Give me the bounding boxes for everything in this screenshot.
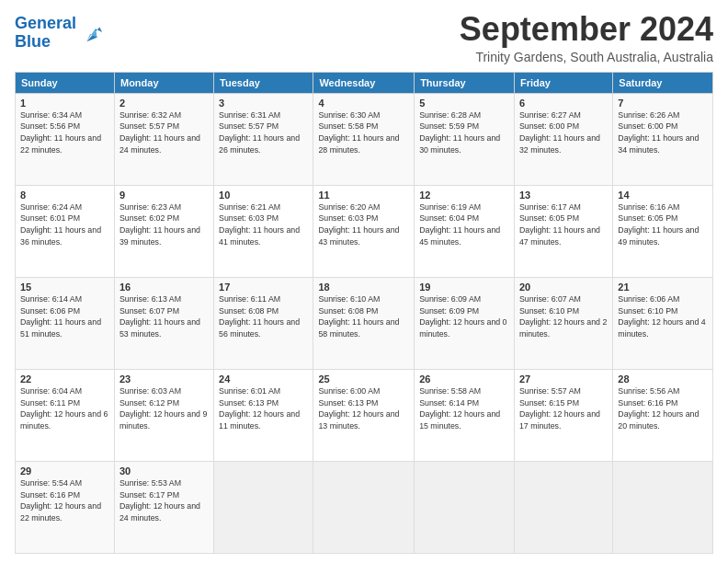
table-row: 6Sunrise: 6:27 AMSunset: 6:00 PMDaylight…	[514, 93, 612, 185]
calendar-week-3: 15Sunrise: 6:14 AMSunset: 6:06 PMDayligh…	[16, 277, 713, 369]
day-number: 26	[419, 373, 509, 385]
day-number: 5	[419, 98, 509, 109]
day-info: Sunrise: 6:28 AMSunset: 5:59 PMDaylight:…	[419, 110, 500, 155]
day-number: 8	[20, 190, 109, 201]
day-info: Sunrise: 5:56 AMSunset: 6:16 PMDaylight:…	[618, 386, 699, 431]
table-row: 12Sunrise: 6:19 AMSunset: 6:04 PMDayligh…	[415, 185, 515, 277]
col-saturday: Saturday	[613, 72, 713, 93]
day-info: Sunrise: 6:26 AMSunset: 6:00 PMDaylight:…	[618, 110, 699, 155]
day-number: 19	[419, 282, 509, 293]
logo-line2: Blue	[15, 32, 51, 51]
calendar-week-1: 1Sunrise: 6:34 AMSunset: 5:56 PMDaylight…	[16, 93, 713, 185]
day-number: 20	[519, 282, 608, 293]
day-info: Sunrise: 6:10 AMSunset: 6:08 PMDaylight:…	[318, 294, 399, 339]
table-row: 10Sunrise: 6:21 AMSunset: 6:03 PMDayligh…	[214, 185, 313, 277]
day-number: 25	[318, 373, 409, 385]
table-row: 8Sunrise: 6:24 AMSunset: 6:01 PMDaylight…	[16, 185, 115, 277]
table-row: 17Sunrise: 6:11 AMSunset: 6:08 PMDayligh…	[214, 277, 313, 369]
day-number: 22	[20, 373, 109, 385]
logo: General Blue	[15, 15, 104, 52]
day-info: Sunrise: 5:54 AMSunset: 6:16 PMDaylight:…	[20, 478, 101, 523]
table-row: 1Sunrise: 6:34 AMSunset: 5:56 PMDaylight…	[16, 93, 115, 185]
table-row	[313, 461, 415, 553]
table-row: 3Sunrise: 6:31 AMSunset: 5:57 PMDaylight…	[214, 93, 313, 185]
day-number: 18	[318, 282, 409, 293]
table-row: 27Sunrise: 5:57 AMSunset: 6:15 PMDayligh…	[514, 369, 612, 461]
table-row: 11Sunrise: 6:20 AMSunset: 6:03 PMDayligh…	[313, 185, 415, 277]
day-number: 13	[519, 190, 608, 201]
table-row	[415, 461, 515, 553]
day-number: 9	[119, 190, 209, 201]
day-info: Sunrise: 6:20 AMSunset: 6:03 PMDaylight:…	[318, 202, 399, 247]
table-row: 24Sunrise: 6:01 AMSunset: 6:13 PMDayligh…	[214, 369, 313, 461]
day-info: Sunrise: 6:13 AMSunset: 6:07 PMDaylight:…	[119, 294, 200, 339]
header-row: Sunday Monday Tuesday Wednesday Thursday…	[16, 72, 713, 93]
day-number: 24	[219, 373, 308, 385]
day-number: 12	[419, 190, 509, 201]
col-tuesday: Tuesday	[214, 72, 313, 93]
day-info: Sunrise: 6:31 AMSunset: 5:57 PMDaylight:…	[219, 110, 300, 155]
day-info: Sunrise: 6:09 AMSunset: 6:09 PMDaylight:…	[419, 294, 506, 339]
col-thursday: Thursday	[415, 72, 515, 93]
day-info: Sunrise: 6:19 AMSunset: 6:04 PMDaylight:…	[419, 202, 500, 247]
day-number: 6	[519, 98, 608, 109]
day-number: 7	[618, 98, 708, 109]
location-title: Trinity Gardens, South Australia, Austra…	[460, 50, 713, 64]
table-row: 26Sunrise: 5:58 AMSunset: 6:14 PMDayligh…	[415, 369, 515, 461]
day-number: 1	[20, 98, 109, 109]
day-info: Sunrise: 5:53 AMSunset: 6:17 PMDaylight:…	[119, 478, 200, 523]
table-row: 25Sunrise: 6:00 AMSunset: 6:13 PMDayligh…	[313, 369, 415, 461]
table-row	[214, 461, 313, 553]
day-number: 30	[119, 465, 209, 477]
table-row: 4Sunrise: 6:30 AMSunset: 5:58 PMDaylight…	[313, 93, 415, 185]
calendar-table: Sunday Monday Tuesday Wednesday Thursday…	[15, 72, 713, 554]
day-number: 3	[219, 98, 308, 109]
table-row: 14Sunrise: 6:16 AMSunset: 6:05 PMDayligh…	[613, 185, 713, 277]
svg-marker-1	[86, 29, 97, 41]
table-row: 22Sunrise: 6:04 AMSunset: 6:11 PMDayligh…	[16, 369, 115, 461]
page: General Blue September 2024 Trinity Gard…	[0, 0, 728, 563]
day-number: 27	[519, 373, 608, 385]
day-info: Sunrise: 6:07 AMSunset: 6:10 PMDaylight:…	[519, 294, 607, 339]
table-row	[514, 461, 612, 553]
day-number: 29	[20, 465, 109, 477]
table-row: 19Sunrise: 6:09 AMSunset: 6:09 PMDayligh…	[415, 277, 515, 369]
day-info: Sunrise: 5:57 AMSunset: 6:15 PMDaylight:…	[519, 386, 600, 431]
table-row	[613, 461, 713, 553]
day-number: 11	[318, 190, 409, 201]
calendar-week-4: 22Sunrise: 6:04 AMSunset: 6:11 PMDayligh…	[16, 369, 713, 461]
col-friday: Friday	[514, 72, 612, 93]
table-row: 9Sunrise: 6:23 AMSunset: 6:02 PMDaylight…	[114, 185, 213, 277]
day-number: 23	[119, 373, 209, 385]
day-info: Sunrise: 6:21 AMSunset: 6:03 PMDaylight:…	[219, 202, 300, 247]
day-number: 28	[618, 373, 708, 385]
day-info: Sunrise: 6:03 AMSunset: 6:12 PMDaylight:…	[119, 386, 207, 431]
month-title: September 2024	[460, 11, 713, 48]
day-number: 4	[318, 98, 409, 109]
day-info: Sunrise: 6:32 AMSunset: 5:57 PMDaylight:…	[119, 110, 200, 155]
logo-text: General Blue	[15, 15, 76, 52]
day-info: Sunrise: 6:24 AMSunset: 6:01 PMDaylight:…	[20, 202, 101, 247]
day-info: Sunrise: 6:00 AMSunset: 6:13 PMDaylight:…	[318, 386, 399, 431]
header: General Blue September 2024 Trinity Gard…	[15, 11, 713, 64]
table-row: 5Sunrise: 6:28 AMSunset: 5:59 PMDaylight…	[415, 93, 515, 185]
day-number: 10	[219, 190, 308, 201]
table-row: 20Sunrise: 6:07 AMSunset: 6:10 PMDayligh…	[514, 277, 612, 369]
day-number: 15	[20, 282, 109, 293]
day-info: Sunrise: 6:23 AMSunset: 6:02 PMDaylight:…	[119, 202, 200, 247]
day-info: Sunrise: 6:06 AMSunset: 6:10 PMDaylight:…	[618, 294, 705, 339]
title-block: September 2024 Trinity Gardens, South Au…	[460, 11, 713, 64]
table-row: 2Sunrise: 6:32 AMSunset: 5:57 PMDaylight…	[114, 93, 213, 185]
day-info: Sunrise: 6:14 AMSunset: 6:06 PMDaylight:…	[20, 294, 101, 339]
day-info: Sunrise: 6:01 AMSunset: 6:13 PMDaylight:…	[219, 386, 300, 431]
table-row: 28Sunrise: 5:56 AMSunset: 6:16 PMDayligh…	[613, 369, 713, 461]
table-row: 21Sunrise: 6:06 AMSunset: 6:10 PMDayligh…	[613, 277, 713, 369]
day-info: Sunrise: 6:27 AMSunset: 6:00 PMDaylight:…	[519, 110, 600, 155]
day-info: Sunrise: 6:17 AMSunset: 6:05 PMDaylight:…	[519, 202, 600, 247]
table-row: 30Sunrise: 5:53 AMSunset: 6:17 PMDayligh…	[114, 461, 213, 553]
day-number: 2	[119, 98, 209, 109]
day-number: 14	[618, 190, 708, 201]
table-row: 7Sunrise: 6:26 AMSunset: 6:00 PMDaylight…	[613, 93, 713, 185]
table-row: 15Sunrise: 6:14 AMSunset: 6:06 PMDayligh…	[16, 277, 115, 369]
day-info: Sunrise: 5:58 AMSunset: 6:14 PMDaylight:…	[419, 386, 500, 431]
